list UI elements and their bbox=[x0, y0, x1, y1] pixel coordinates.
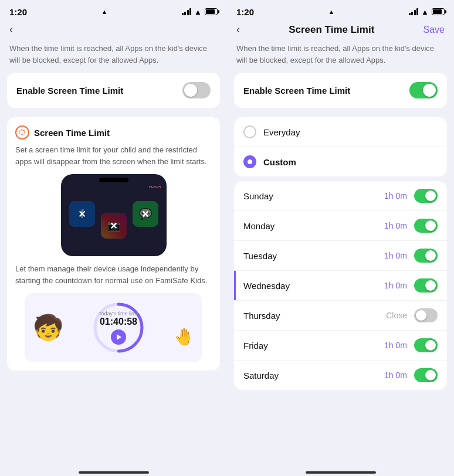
info-card: ⏱ Screen Time Limit Set a screen time li… bbox=[7, 117, 220, 370]
day-name-thursday: Thursday bbox=[243, 311, 386, 321]
day-toggle-monday[interactable] bbox=[414, 219, 438, 233]
signal-bars-left bbox=[182, 8, 192, 15]
play-button[interactable] bbox=[111, 329, 126, 345]
day-row-monday: Monday 1h 0m bbox=[234, 211, 447, 241]
day-row-sunday: Sunday 1h 0m bbox=[234, 181, 447, 211]
day-name-wednesday: Wednesday bbox=[243, 281, 384, 291]
doodle-decoration: 〰 bbox=[149, 181, 161, 195]
day-toggle-friday[interactable] bbox=[414, 338, 438, 352]
status-icons-left: ▲ bbox=[182, 8, 218, 16]
day-time-monday: 1h 0m bbox=[384, 221, 407, 230]
timer-value: 01:40:58 bbox=[99, 317, 138, 327]
info-card-title: Screen Time Limit bbox=[34, 128, 110, 138]
save-button[interactable]: Save bbox=[423, 25, 445, 35]
nav-bar-right: ‹ Screen Time Limit Save bbox=[227, 21, 454, 40]
wifi-icon-left: ▲ bbox=[194, 8, 202, 16]
enable-toggle-left[interactable] bbox=[182, 82, 211, 98]
days-card: Sunday 1h 0m Monday 1h 0m Tuesday 1h 0m … bbox=[234, 181, 447, 390]
info-card-desc2: Let them manage their device usage indep… bbox=[15, 263, 212, 286]
instagram-app-icon: 📷 ✕ bbox=[101, 213, 127, 239]
day-name-friday: Friday bbox=[243, 341, 384, 351]
battery-icon-right bbox=[432, 8, 445, 15]
phone-mockup: f ✕ Facebook 📷 ✕ Instagram 💬 ✕ bbox=[61, 174, 167, 256]
day-name-tuesday: Tuesday bbox=[243, 251, 384, 261]
wednesday-indicator bbox=[234, 271, 236, 300]
option-everyday[interactable]: Everyday bbox=[234, 117, 447, 147]
day-time-wednesday: 1h 0m bbox=[384, 281, 407, 290]
day-name-sunday: Sunday bbox=[243, 191, 384, 201]
wifi-icon-right: ▲ bbox=[421, 8, 429, 16]
toggle-card-right: Enable Screen Time Limit bbox=[234, 73, 447, 108]
location-icon-left: ▲ bbox=[101, 8, 107, 15]
description-left: When the time limit is reached, all Apps… bbox=[0, 40, 227, 73]
timer-label: Today's time limit bbox=[99, 311, 138, 317]
status-bar-left: 1:20 ▲ ▲ bbox=[0, 0, 227, 21]
toggle-label-right: Enable Screen Time Limit bbox=[243, 86, 350, 96]
option-everyday-label: Everyday bbox=[263, 127, 300, 137]
status-icons-right: ▲ bbox=[409, 8, 445, 16]
phone-screen: f ✕ Facebook 📷 ✕ Instagram 💬 ✕ bbox=[69, 192, 158, 239]
info-card-header: ⏱ Screen Time Limit bbox=[15, 125, 212, 140]
day-time-tuesday: 1h 0m bbox=[384, 251, 407, 260]
timer-circle: Today's time limit 01:40:58 bbox=[83, 301, 154, 354]
signal-bars-right bbox=[409, 8, 419, 15]
toggle-label-left: Enable Screen Time Limit bbox=[16, 86, 123, 96]
right-panel: 1:20 ▲ ▲ ‹ Screen Time Limit Save When t… bbox=[227, 0, 454, 476]
day-row-tuesday: Tuesday 1h 0m bbox=[234, 241, 447, 271]
day-name-monday: Monday bbox=[243, 221, 384, 231]
battery-icon-left bbox=[205, 8, 218, 15]
status-bar-right: 1:20 ▲ ▲ bbox=[227, 0, 454, 21]
day-toggle-wednesday[interactable] bbox=[414, 278, 438, 293]
left-panel: 1:20 ▲ ▲ ‹ When the time limit is reache… bbox=[0, 0, 227, 476]
day-row-saturday: Saturday 1h 0m bbox=[234, 361, 447, 390]
day-toggle-tuesday[interactable] bbox=[414, 249, 438, 263]
day-row-wednesday: Wednesday 1h 0m bbox=[234, 271, 447, 301]
status-time-left: 1:20 bbox=[9, 7, 27, 17]
option-custom[interactable]: Custom bbox=[234, 147, 447, 176]
status-time-right: 1:20 bbox=[236, 7, 254, 17]
girl-figure: 🧒 bbox=[33, 315, 63, 340]
back-button-right[interactable]: ‹ bbox=[236, 23, 240, 36]
day-time-thursday: Close bbox=[386, 311, 407, 320]
nav-bar-left: ‹ bbox=[0, 21, 227, 40]
enable-toggle-right[interactable] bbox=[409, 82, 438, 98]
timer-card: 🧒 Today's time limit 01:40:58 🤚 bbox=[25, 293, 202, 362]
whatsapp-app-icon: 💬 ✕ bbox=[133, 201, 158, 227]
day-row-friday: Friday 1h 0m bbox=[234, 331, 447, 361]
facebook-app-icon: f ✕ bbox=[69, 201, 95, 227]
home-indicator-left bbox=[0, 467, 227, 476]
toggle-card-left: Enable Screen Time Limit bbox=[7, 73, 220, 108]
day-toggle-saturday[interactable] bbox=[414, 368, 438, 382]
radio-custom bbox=[243, 155, 256, 168]
page-title-right: Screen Time Limit bbox=[289, 24, 374, 36]
info-card-desc: Set a screen time limit for your child a… bbox=[15, 144, 212, 167]
day-toggle-thursday[interactable] bbox=[414, 308, 438, 322]
hand-icon: 🤚 bbox=[174, 327, 194, 346]
day-name-saturday: Saturday bbox=[243, 370, 384, 380]
clock-icon: ⏱ bbox=[15, 125, 29, 140]
location-icon-right: ▲ bbox=[328, 8, 334, 15]
day-toggle-sunday[interactable] bbox=[414, 189, 438, 203]
day-time-friday: 1h 0m bbox=[384, 341, 407, 350]
day-time-saturday: 1h 0m bbox=[384, 370, 407, 380]
day-time-sunday: 1h 0m bbox=[384, 191, 407, 200]
radio-everyday bbox=[243, 125, 256, 138]
home-indicator-right bbox=[227, 467, 454, 476]
option-custom-label: Custom bbox=[263, 157, 296, 167]
description-right: When the time limit is reached, all Apps… bbox=[227, 40, 454, 73]
back-button-left[interactable]: ‹ bbox=[9, 23, 13, 36]
options-card: Everyday Custom bbox=[234, 117, 447, 176]
day-row-thursday: Thursday Close bbox=[234, 301, 447, 331]
